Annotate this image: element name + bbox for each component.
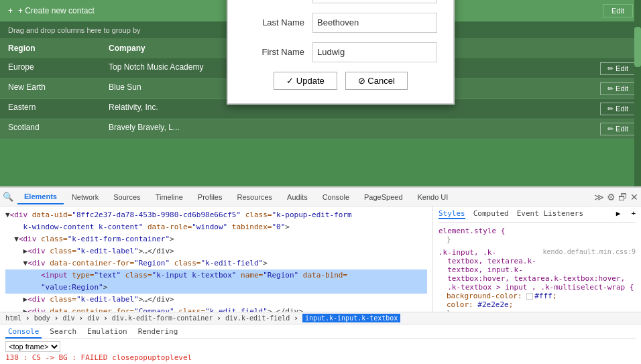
create-contact-label[interactable]: + Create new contact — [18, 6, 95, 15]
bc-div2[interactable]: div — [87, 314, 99, 322]
row-region: Europe — [0, 59, 101, 78]
update-button[interactable]: ✓ Update — [274, 72, 337, 90]
html-line: ▶<div class="k-edit-label">…</div> — [5, 294, 427, 306]
col-header-region: Region — [0, 41, 101, 56]
styles-source[interactable]: kendo.default.min.css:9 — [543, 248, 636, 255]
row-region: New Earth — [0, 79, 101, 99]
console-section: Console Search Emulation Rendering <top … — [0, 324, 641, 364]
tab-profiles[interactable]: Profiles — [191, 190, 229, 204]
frame-select[interactable]: <top frame> — [5, 341, 60, 352]
tab-pagespeed[interactable]: PageSpeed — [357, 190, 410, 204]
tab-search-bottom[interactable]: Search — [47, 326, 79, 339]
tab-console-bottom[interactable]: Console — [5, 326, 42, 339]
tab-audits[interactable]: Audits — [280, 190, 314, 204]
devtools-body: ▼<div data-uid="8ffc2e37-da78-453b-9980-… — [0, 206, 641, 312]
styles-rule-element: element.style { } — [439, 227, 636, 244]
tab-styles[interactable]: Styles — [439, 209, 465, 219]
bg-color-prop: background-color: #fff; — [439, 292, 636, 300]
popup-buttons: ✓ Update ⊘ Cancel — [244, 72, 437, 90]
html-line: ▼<div class="k-edit-form-container"> — [5, 233, 427, 245]
console-error-line: 130 : CS -> BG : FAILED closepopuptoplev… — [5, 353, 636, 363]
edit-row-button[interactable]: ✏ Edit — [600, 62, 636, 75]
tab-kendo[interactable]: Kendo UI — [411, 190, 455, 204]
html-line: k-window-content k-content" data-role="w… — [5, 221, 427, 233]
styles-panel: Styles Computed Event Listeners ▶ + elem… — [433, 206, 641, 312]
row-edit-cell: ✏ Edit — [574, 59, 641, 78]
devtools-settings-icon[interactable]: ⚙ — [607, 192, 616, 202]
lastname-input[interactable] — [312, 13, 437, 33]
breadcrumb-bar: html › body › div › div › div.k-edit-for… — [0, 312, 641, 324]
styles-rule-kinput: kendo.default.min.css:9 .k-input, .k- te… — [439, 248, 636, 312]
html-line: ▶<div data-container-for="Company" class… — [5, 306, 427, 312]
edit-popup: Region input.k-input.k-textbox 198px × 3… — [227, 0, 455, 105]
tab-rendering-bottom[interactable]: Rendering — [135, 326, 181, 339]
devtools-undock-icon[interactable]: 🗗 — [618, 192, 628, 202]
edit-row-button[interactable]: ✏ Edit — [600, 123, 636, 135]
tab-console[interactable]: Console — [316, 190, 356, 204]
tab-network[interactable]: Network — [65, 190, 105, 204]
company-input[interactable] — [312, 0, 437, 3]
html-panel: ▼<div data-uid="8ffc2e37-da78-453b-9980-… — [0, 206, 433, 312]
devtools-close-icon[interactable]: ✕ — [630, 192, 638, 202]
edit-row-button[interactable]: ✏ Edit — [600, 103, 636, 115]
row-edit-cell: ✏ Edit — [574, 99, 641, 119]
lastname-label: Last Name — [244, 17, 304, 27]
plus-icon: + — [8, 6, 13, 15]
color-prop: color: #2e2e2e; — [439, 300, 636, 309]
bg-color-swatch[interactable] — [526, 293, 533, 300]
header-edit-button[interactable]: Edit — [603, 4, 633, 17]
html-line: ▼<div data-container-for="Region" class=… — [5, 257, 427, 269]
row-company: Bravely Bravely, L... — [101, 119, 574, 139]
edit-row-button[interactable]: ✏ Edit — [600, 82, 636, 95]
console-frame-line: <top frame> — [5, 341, 636, 353]
row-region: Scotland — [0, 119, 101, 139]
breadcrumb: html › body › div › div › div.k-edit-for… — [5, 314, 636, 322]
tab-event-listeners[interactable]: Event Listeners — [517, 209, 583, 219]
bc-div-field[interactable]: div.k-edit-field — [225, 314, 290, 322]
html-line: ▶<div class="k-edit-label">…</div> — [5, 245, 427, 257]
cancel-button[interactable]: ⊘ Cancel — [345, 72, 408, 90]
html-line-highlight: "value:Region"> — [5, 282, 427, 294]
devtools-tabs-bar: 🔍 Elements Network Sources Timeline Prof… — [0, 188, 641, 206]
firstname-row: First Name — [244, 42, 437, 62]
bc-html[interactable]: html — [5, 314, 21, 322]
row-region: Eastern — [0, 99, 101, 119]
firstname-input[interactable] — [312, 42, 437, 62]
tab-computed[interactable]: Computed — [473, 209, 509, 219]
styles-tabs: Styles Computed Event Listeners ▶ + — [439, 209, 636, 223]
scrollbar[interactable] — [634, 0, 641, 186]
bc-div-form[interactable]: div.k-edit-form-container — [112, 314, 213, 322]
html-line-highlight: <input type="text" class="k-input k-text… — [5, 269, 427, 282]
tab-emulation-bottom[interactable]: Emulation — [84, 326, 130, 339]
firstname-label: First Name — [244, 47, 304, 57]
row-edit-cell: ✏ Edit — [574, 119, 641, 139]
console-tabs: Console Search Emulation Rendering — [5, 326, 636, 339]
devtools-more-icon[interactable]: ≫ — [594, 192, 604, 202]
table-row: Scotland Bravely Bravely, L... ✏ Edit — [0, 119, 641, 139]
bc-input[interactable]: input.k-input.k-textbox — [302, 314, 400, 322]
styles-add-icon[interactable]: ▶ — [616, 209, 621, 219]
tab-sources[interactable]: Sources — [107, 190, 147, 204]
tab-elements[interactable]: Elements — [17, 190, 64, 204]
devtools-panel: 🔍 Elements Network Sources Timeline Prof… — [0, 186, 641, 364]
html-line: ▼<div data-uid="8ffc2e37-da78-453b-9980-… — [5, 209, 427, 221]
bc-div1[interactable]: div — [62, 314, 74, 322]
tab-timeline[interactable]: Timeline — [149, 190, 190, 204]
col-header-actions — [574, 41, 641, 56]
inspect-icon[interactable]: 🔍 — [3, 192, 13, 202]
tab-resources[interactable]: Resources — [230, 190, 279, 204]
lastname-row: Last Name — [244, 13, 437, 33]
styles-filter-icon[interactable]: + — [631, 209, 636, 219]
bc-body[interactable]: body — [34, 314, 50, 322]
company-row: Company — [244, 0, 437, 3]
row-edit-cell: ✏ Edit — [574, 79, 641, 99]
